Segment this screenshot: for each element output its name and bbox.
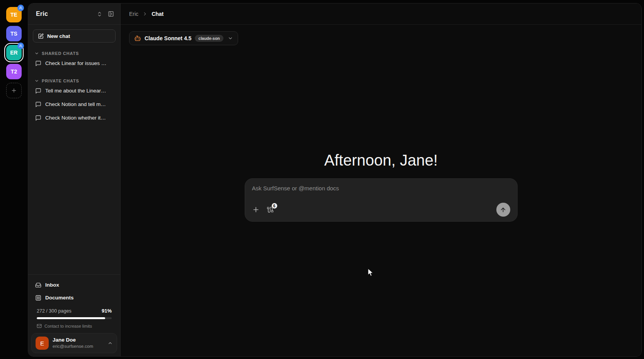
workspace-initials: TE (10, 12, 17, 18)
shared-users-badge-icon (17, 5, 24, 11)
breadcrumb-parent[interactable]: Eric (129, 11, 138, 17)
chat-item-label: Check Notion and tell m… (45, 101, 106, 107)
chat-item[interactable]: Check Notion and tell m… (33, 97, 116, 111)
sidebar-item-documents[interactable]: Documents (33, 291, 116, 304)
chevron-down-icon (34, 79, 39, 83)
chat-item-label: Tell me about the Linear… (45, 88, 106, 94)
workspace-name: Eric (36, 10, 48, 17)
message-square-icon (35, 101, 41, 108)
send-button[interactable] (496, 203, 510, 217)
message-square-icon (35, 115, 41, 121)
connectors-button[interactable]: 6 (267, 206, 274, 213)
attach-button[interactable] (252, 206, 260, 214)
sidebar-item-inbox[interactable]: Inbox (33, 279, 116, 291)
breadcrumb-current: Chat (152, 11, 164, 17)
workspace-avatar-te[interactable]: TE (6, 7, 22, 22)
usage-progress-track (37, 317, 112, 319)
sidebar-spacer (33, 125, 116, 270)
usage-meter: 272 / 300 pages 91% Contact to increase … (33, 304, 116, 328)
private-chats-header[interactable]: PRIVATE CHATS (33, 78, 116, 84)
usage-percent-label: 91% (102, 308, 112, 314)
breadcrumb: Eric Chat (121, 3, 641, 25)
contact-label: Contact to increase limits (44, 324, 92, 328)
plus-icon (11, 87, 17, 94)
workspace-avatar-er-selected[interactable]: ER (6, 45, 22, 60)
plus-icon (252, 206, 260, 214)
chat-composer[interactable]: 6 (245, 178, 518, 222)
user-email: eric@surfsense.com (53, 344, 93, 349)
nav-item-label: Inbox (45, 282, 59, 288)
section-title: PRIVATE CHATS (42, 79, 79, 83)
app-card: Eric (28, 3, 642, 357)
main-area: Eric Chat Claude Sonnet 4.5 claude-son A… (121, 3, 641, 356)
usage-progress-fill (37, 317, 105, 319)
avatar-initial: E (40, 340, 44, 347)
workspace-initials: T2 (11, 68, 17, 75)
usage-pages-label: 272 / 300 pages (37, 308, 72, 314)
contact-increase-limits-link[interactable]: Contact to increase limits (37, 323, 92, 328)
mail-icon (37, 323, 42, 328)
chevrons-up-down-icon (97, 11, 102, 17)
chat-item[interactable]: Check Notion whether it… (33, 111, 116, 125)
edit-pencil-icon (38, 33, 44, 39)
chat-item[interactable]: Check Linear for issues … (33, 56, 116, 70)
message-square-icon (35, 88, 41, 94)
chat-item-label: Check Linear for issues … (45, 60, 106, 66)
message-square-icon (35, 60, 41, 67)
nav-item-label: Documents (45, 295, 74, 301)
model-selector-button[interactable]: Claude Sonnet 4.5 claude-son (129, 31, 238, 45)
app-window: TE TS ER T2 Eric (0, 0, 644, 359)
new-chat-button[interactable]: New chat (33, 29, 116, 43)
workspace-switcher-button[interactable] (97, 11, 102, 17)
workspace-avatar-ts[interactable]: TS (6, 26, 22, 41)
chevron-down-icon (228, 36, 233, 41)
chevron-down-icon (34, 51, 39, 56)
sidebar-header: Eric (28, 3, 120, 25)
chat-item-label: Check Notion whether it… (45, 115, 106, 121)
workspace-initials: ER (10, 50, 17, 56)
user-name: Jane Doe (53, 337, 93, 344)
user-avatar: E (36, 337, 49, 350)
chevron-right-icon (142, 11, 148, 17)
new-chat-label: New chat (47, 33, 70, 39)
sidebar-bottom-nav: Inbox Documents 272 / 300 pages 91% (28, 274, 120, 329)
sidebar-body: New chat SHARED CHATS Check Linear for i… (28, 25, 120, 274)
bot-icon (134, 35, 141, 42)
sidebar: Eric (28, 3, 121, 356)
shared-users-badge-icon (17, 43, 24, 49)
shared-chats-section: SHARED CHATS Check Linear for issues … (33, 50, 116, 70)
add-workspace-button[interactable] (6, 83, 22, 98)
private-chats-section: PRIVATE CHATS Tell me about the Linear… … (33, 78, 116, 125)
arrow-up-icon (500, 207, 506, 213)
panel-left-close-icon (108, 11, 114, 17)
collapse-sidebar-button[interactable] (108, 11, 114, 17)
workspace-rail: TE TS ER T2 (0, 0, 28, 359)
chat-input[interactable] (252, 185, 510, 203)
workspace-initials: TS (10, 31, 17, 37)
greeting-text: Afternoon, Jane! (324, 152, 438, 169)
user-profile-button[interactable]: E Jane Doe eric@surfsense.com (31, 333, 117, 353)
composer-toolbar: 6 (252, 203, 510, 217)
connector-count-badge: 6 (271, 203, 278, 209)
workspace-avatar-t2[interactable]: T2 (6, 64, 22, 79)
library-icon (35, 295, 41, 301)
chevron-up-icon (107, 340, 113, 346)
model-id-badge: claude-son (195, 35, 223, 42)
shared-chats-header[interactable]: SHARED CHATS (33, 50, 116, 56)
chat-item[interactable]: Tell me about the Linear… (33, 84, 116, 97)
model-name: Claude Sonnet 4.5 (145, 35, 191, 41)
section-title: SHARED CHATS (42, 51, 79, 56)
inbox-icon (35, 282, 41, 288)
